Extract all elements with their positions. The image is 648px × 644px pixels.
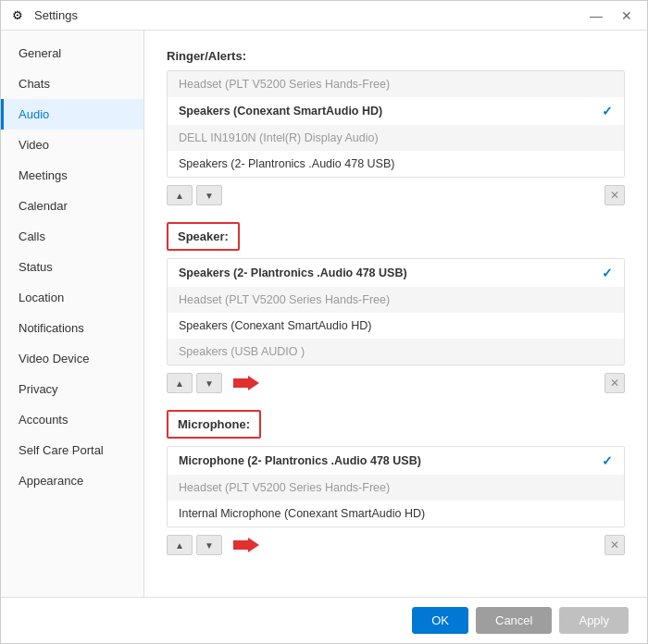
speaker-remove-button[interactable]: ✕	[604, 373, 625, 393]
microphone-down-button[interactable]: ▼	[196, 535, 222, 555]
sidebar-item-calendar[interactable]: Calendar	[1, 191, 143, 221]
microphone-device-list: Microphone (2- Plantronics .Audio 478 US…	[167, 446, 625, 527]
cancel-button[interactable]: Cancel	[476, 607, 552, 634]
ringer-device-item[interactable]: Speakers (Conexant SmartAudio HD)✓	[168, 97, 624, 125]
microphone-device-item[interactable]: Internal Microphone (Conexant SmartAudio…	[168, 501, 624, 526]
sidebar-item-location[interactable]: Location	[1, 282, 143, 313]
ringer-device-item[interactable]: Headset (PLT V5200 Series Hands-Free)	[168, 71, 624, 97]
microphone-device-item[interactable]: Headset (PLT V5200 Series Hands-Free)	[168, 475, 624, 501]
ringer-up-button[interactable]: ▲	[167, 185, 193, 205]
microphone-section-box: Microphone:	[167, 410, 261, 439]
microphone-label: Microphone:	[178, 417, 250, 431]
speaker-section-box: Speaker:	[167, 222, 240, 251]
sidebar-item-privacy[interactable]: Privacy	[1, 374, 143, 404]
ringer-device-item[interactable]: Speakers (2- Plantronics .Audio 478 USB)	[168, 151, 624, 177]
speaker-up-button[interactable]: ▲	[167, 373, 193, 393]
settings-window: ⚙ Settings — ✕ GeneralChatsAudioVideoMee…	[0, 0, 648, 644]
sidebar-item-appearance[interactable]: Appearance	[1, 465, 143, 496]
close-button[interactable]: ✕	[617, 7, 636, 24]
sidebar-item-accounts[interactable]: Accounts	[1, 404, 143, 435]
ringer-device-list: Headset (PLT V5200 Series Hands-Free)Spe…	[167, 70, 625, 178]
sidebar-item-notifications[interactable]: Notifications	[1, 313, 143, 343]
speaker-device-item[interactable]: Speakers (2- Plantronics .Audio 478 USB)…	[168, 259, 624, 287]
sidebar-item-meetings[interactable]: Meetings	[1, 160, 143, 191]
microphone-red-arrow	[233, 535, 259, 555]
speaker-device-list: Speakers (2- Plantronics .Audio 478 USB)…	[167, 258, 625, 365]
speaker-down-button[interactable]: ▼	[196, 373, 222, 393]
ringer-arrow-buttons: ▲ ▼	[167, 185, 222, 205]
speaker-label: Speaker:	[178, 229, 229, 243]
microphone-controls-row: ▲ ▼ ✕	[167, 535, 625, 555]
ringer-down-button[interactable]: ▼	[196, 185, 222, 205]
sidebar-item-chats[interactable]: Chats	[1, 68, 143, 99]
sidebar-item-calls[interactable]: Calls	[1, 221, 143, 252]
sidebar-item-video-device[interactable]: Video Device	[1, 343, 143, 374]
sidebar-item-audio[interactable]: Audio	[1, 99, 143, 130]
title-bar-left: ⚙ Settings	[12, 8, 78, 23]
content-area: Ringer/Alerts: Headset (PLT V5200 Series…	[144, 31, 647, 597]
speaker-arrow-buttons: ▲ ▼	[167, 373, 259, 393]
ringer-remove-button[interactable]: ✕	[604, 185, 625, 205]
footer: OK Cancel Apply	[1, 597, 647, 643]
svg-marker-0	[233, 376, 259, 390]
sidebar-item-video[interactable]: Video	[1, 130, 143, 160]
ok-button[interactable]: OK	[412, 607, 468, 634]
speaker-device-item[interactable]: Speakers (USB AUDIO )	[168, 339, 624, 365]
sidebar-item-self-care-portal[interactable]: Self Care Portal	[1, 435, 143, 465]
window-title: Settings	[34, 8, 78, 22]
speaker-device-item[interactable]: Headset (PLT V5200 Series Hands-Free)	[168, 287, 624, 313]
ringer-alerts-label: Ringer/Alerts:	[167, 49, 625, 63]
apply-button[interactable]: Apply	[559, 607, 629, 634]
microphone-remove-button[interactable]: ✕	[604, 535, 625, 555]
app-icon: ⚙	[12, 8, 27, 23]
ringer-device-item[interactable]: DELL IN1910N (Intel(R) Display Audio)	[168, 125, 624, 151]
speaker-device-item[interactable]: Speakers (Conexant SmartAudio HD)	[168, 313, 624, 339]
ringer-controls-row: ▲ ▼ ✕	[167, 185, 625, 205]
title-bar-controls: — ✕	[586, 7, 636, 24]
speaker-controls-row: ▲ ▼ ✕	[167, 373, 625, 393]
title-bar: ⚙ Settings — ✕	[1, 1, 647, 31]
svg-marker-1	[233, 538, 259, 552]
speaker-red-arrow	[233, 373, 259, 393]
microphone-up-button[interactable]: ▲	[167, 535, 193, 555]
microphone-arrow-buttons: ▲ ▼	[167, 535, 259, 555]
sidebar-item-general[interactable]: General	[1, 38, 143, 68]
sidebar: GeneralChatsAudioVideoMeetingsCalendarCa…	[1, 31, 144, 597]
sidebar-item-status[interactable]: Status	[1, 252, 143, 282]
main-content: GeneralChatsAudioVideoMeetingsCalendarCa…	[1, 31, 647, 597]
microphone-device-item[interactable]: Microphone (2- Plantronics .Audio 478 US…	[168, 447, 624, 475]
minimize-button[interactable]: —	[586, 7, 606, 24]
